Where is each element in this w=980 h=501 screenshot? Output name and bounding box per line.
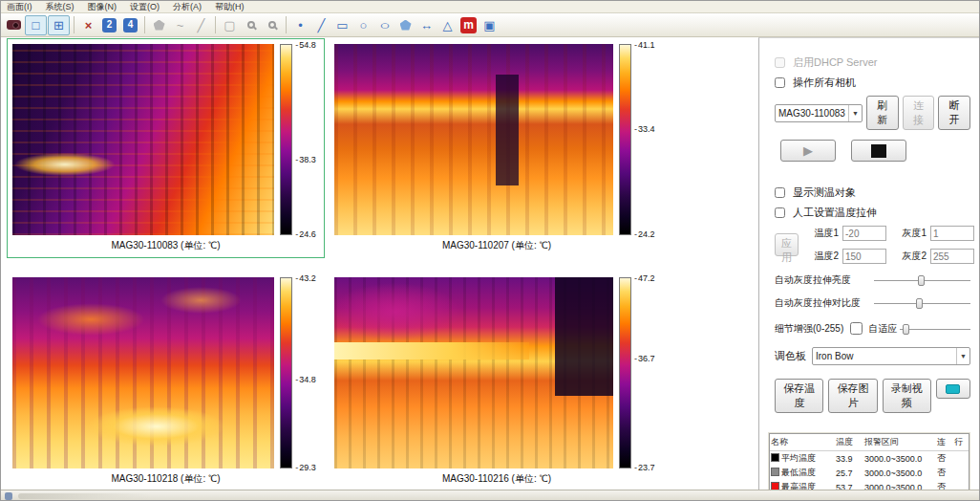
thermal-panel-1[interactable]: 54.8 38.3 24.6 MAG30-110083 (单位: ℃) bbox=[8, 39, 324, 257]
camera-label-3: MAG30-110218 (单位: ℃) bbox=[8, 472, 324, 486]
two-window-icon[interactable]: 2 bbox=[99, 15, 119, 34]
table-row[interactable]: 最低温度 25.7 3000.0~3500.0 否 bbox=[770, 466, 969, 480]
four-window-icon[interactable]: 4 bbox=[120, 15, 140, 34]
save-image-button[interactable]: 保存图片 bbox=[828, 379, 877, 413]
status-text bbox=[18, 493, 152, 499]
temp1-field[interactable] bbox=[842, 226, 886, 241]
polygon-select-icon[interactable] bbox=[149, 15, 169, 34]
stop-icon bbox=[871, 144, 886, 158]
adaptive-label: 自适应 bbox=[868, 322, 897, 336]
col-flag2: 行 bbox=[953, 434, 969, 451]
menu-analysis[interactable]: 分析(A) bbox=[173, 1, 202, 13]
camera-label-4: MAG30-110216 (单位: ℃) bbox=[330, 472, 664, 486]
ellipse-tool-icon[interactable]: ○ bbox=[374, 15, 394, 34]
color-swatch bbox=[771, 468, 779, 476]
record-icon-button[interactable] bbox=[936, 379, 970, 399]
col-flag1: 连 bbox=[936, 434, 953, 451]
scale-mid: 33.4 bbox=[634, 124, 655, 134]
thermal-image-4[interactable] bbox=[334, 277, 613, 468]
all-cameras-label: 操作所有相机 bbox=[793, 76, 856, 90]
thermal-image-2[interactable] bbox=[334, 44, 613, 235]
magnity-logo-icon[interactable]: m bbox=[458, 15, 479, 34]
gray1-field[interactable] bbox=[930, 226, 974, 241]
record-icon bbox=[946, 384, 960, 394]
scale-min: 24.6 bbox=[295, 229, 316, 239]
fullscreen-icon[interactable]: × bbox=[78, 15, 98, 34]
play-button[interactable]: ▶ bbox=[780, 140, 836, 162]
zoom-out-icon[interactable] bbox=[262, 15, 282, 34]
scale-max: 43.2 bbox=[295, 273, 316, 283]
record-video-button[interactable]: 录制视频 bbox=[883, 379, 931, 413]
save-temperature-button[interactable]: 保存温度 bbox=[775, 379, 823, 413]
rect-tool-icon[interactable]: ▭ bbox=[332, 15, 352, 34]
toolbar: □ ⊞ × 2 4 ~ ╱ ▢ • ╱ ▭ ○ ○ ↔ △ m ▣ bbox=[1, 13, 979, 37]
detail-enhance-label: 细节增强(0-255) bbox=[775, 322, 843, 336]
zoom-in-icon[interactable] bbox=[241, 15, 261, 34]
colorbar-2 bbox=[619, 44, 631, 235]
apply-button[interactable]: 应用 bbox=[775, 233, 799, 256]
menu-system[interactable]: 系统(S) bbox=[46, 1, 75, 13]
scale-mid: 36.7 bbox=[634, 354, 655, 363]
scale-mid: 38.3 bbox=[295, 155, 316, 164]
auto-brightness-label: 自动灰度拉伸亮度 bbox=[775, 273, 874, 287]
thermal-image-1[interactable] bbox=[12, 44, 274, 235]
polygon-tool-icon[interactable] bbox=[395, 15, 415, 34]
color-swatch bbox=[771, 453, 779, 462]
thermal-image-3[interactable] bbox=[12, 277, 274, 468]
temp1-label: 温度1 bbox=[806, 227, 839, 240]
menu-bar: 画面(I) 系统(S) 图像(N) 设置(O) 分析(A) 帮助(H) bbox=[1, 1, 979, 13]
control-panel: 启用DHCP Server 操作所有相机 MAG30-110083 (19 ▼ … bbox=[758, 37, 980, 490]
manual-stretch-label: 人工设置温度拉伸 bbox=[793, 206, 877, 220]
brightness-slider[interactable] bbox=[874, 274, 970, 286]
detail-slider[interactable] bbox=[900, 323, 970, 335]
palette-select[interactable]: Iron Bow ▼ bbox=[812, 347, 970, 365]
stop-button[interactable] bbox=[851, 140, 906, 162]
scale-max: 47.2 bbox=[634, 273, 655, 283]
pan-tool-icon[interactable]: ▢ bbox=[220, 15, 240, 34]
temp2-field[interactable] bbox=[842, 249, 886, 264]
thermal-panel-4[interactable]: 47.2 36.7 23.7 MAG30-110216 (单位: ℃) bbox=[330, 272, 664, 490]
disconnect-button[interactable]: 断开 bbox=[938, 96, 970, 130]
line-select-icon[interactable]: ╱ bbox=[191, 15, 211, 34]
gray2-field[interactable] bbox=[930, 249, 974, 264]
camera-select[interactable]: MAG30-110083 (19 ▼ bbox=[775, 104, 863, 122]
scale-mid: 34.8 bbox=[295, 375, 316, 384]
view-quad-icon[interactable]: ⊞ bbox=[48, 15, 70, 35]
table-row[interactable]: 平均温度 33.9 3000.0~3500.0 否 bbox=[770, 451, 969, 467]
colorbar-1 bbox=[280, 44, 292, 235]
contrast-slider[interactable] bbox=[874, 297, 970, 309]
auto-contrast-label: 自动灰度拉伸对比度 bbox=[775, 296, 874, 310]
menu-image[interactable]: 图像(N) bbox=[88, 1, 117, 13]
camera-icon[interactable] bbox=[4, 15, 24, 34]
chevron-down-icon: ▼ bbox=[956, 348, 967, 364]
point-tool-icon[interactable]: • bbox=[290, 15, 310, 34]
all-cameras-checkbox[interactable] bbox=[775, 77, 785, 88]
gray1-label: 灰度1 bbox=[894, 227, 927, 240]
play-icon: ▶ bbox=[803, 143, 813, 158]
curve-select-icon[interactable]: ~ bbox=[170, 15, 190, 34]
dhcp-checkbox[interactable] bbox=[775, 57, 785, 68]
triangle-tool-icon[interactable]: △ bbox=[437, 15, 458, 34]
show-objects-label: 显示测温对象 bbox=[793, 185, 856, 200]
menu-help[interactable]: 帮助(H) bbox=[215, 1, 245, 13]
col-range: 报警区间 bbox=[863, 434, 936, 451]
thermal-panel-3[interactable]: 43.2 34.8 29.3 MAG30-110218 (单位: ℃) bbox=[8, 272, 324, 490]
line-tool-icon[interactable]: ╱ bbox=[311, 15, 331, 34]
view-single-icon[interactable]: □ bbox=[25, 15, 47, 35]
arrow-tool-icon[interactable]: ↔ bbox=[416, 15, 437, 34]
circle-tool-icon[interactable]: ○ bbox=[353, 15, 373, 34]
show-objects-checkbox[interactable] bbox=[775, 187, 785, 198]
colorbar-4 bbox=[619, 277, 631, 468]
scale-min: 24.2 bbox=[634, 229, 655, 239]
scale-min: 23.7 bbox=[634, 463, 655, 472]
refresh-button[interactable]: 刷新 bbox=[866, 96, 899, 130]
status-bar bbox=[1, 490, 979, 501]
manual-stretch-checkbox[interactable] bbox=[775, 207, 785, 218]
menu-settings[interactable]: 设置(O) bbox=[130, 1, 160, 13]
connect-button[interactable]: 连接 bbox=[903, 96, 935, 130]
thermal-panel-2[interactable]: 41.1 33.4 24.2 MAG30-110207 (单位: ℃) bbox=[330, 39, 664, 257]
menu-screen[interactable]: 画面(I) bbox=[7, 1, 32, 13]
adaptive-checkbox[interactable] bbox=[850, 322, 863, 335]
snapshot-icon[interactable]: ▣ bbox=[479, 15, 500, 34]
colorbar-3 bbox=[280, 277, 292, 468]
